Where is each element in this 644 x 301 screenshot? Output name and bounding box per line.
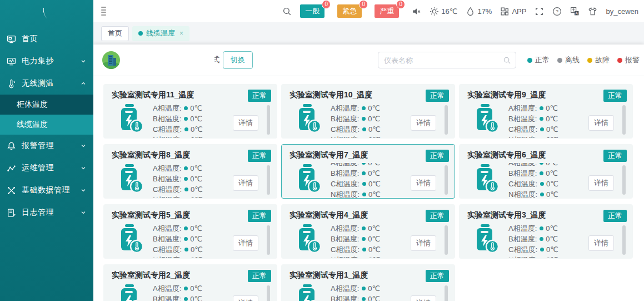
language-switch-icon[interactable]: A bbox=[570, 7, 580, 16]
phase-value: 0℃ bbox=[546, 255, 558, 258]
alarm-badge-severe[interactable]: 严重 0 bbox=[375, 4, 399, 18]
card-scrollbar[interactable] bbox=[445, 165, 448, 195]
detail-button[interactable]: 详情 bbox=[411, 175, 436, 191]
meter-card[interactable]: 实验室测试专用1_温度 正常 A相温度:0℃B相温度:0℃C相温度:0℃N相温度… bbox=[281, 264, 455, 301]
meter-card[interactable]: 实验室测试专用3_温度 正常 A相温度:0℃B相温度:0℃C相温度:0℃N相温度… bbox=[459, 204, 633, 259]
meter-card[interactable]: 实验室测试专用4_温度 正常 A相温度:0℃B相温度:0℃C相温度:0℃N相温度… bbox=[281, 204, 455, 259]
phase-status-dot bbox=[540, 226, 543, 230]
switch-station-button[interactable]: 切换 bbox=[223, 51, 253, 69]
meter-card[interactable]: 实验室测试专用8_温度 正常 A相温度:0℃B相温度:0℃C相温度:0℃N相温度… bbox=[103, 144, 277, 199]
card-scrollbar[interactable] bbox=[622, 225, 626, 255]
sidebar-item-ops-mgmt[interactable]: 运维管理 bbox=[0, 157, 93, 179]
phase-value: 0℃ bbox=[190, 223, 202, 234]
sidebar-item-alarm-mgmt[interactable]: 报警管理 bbox=[0, 135, 93, 157]
username[interactable]: by_cewen bbox=[606, 7, 638, 16]
phase-row: A相温度:0℃ bbox=[153, 163, 203, 174]
app-button[interactable]: APP bbox=[500, 7, 526, 16]
phase-value: 0℃ bbox=[368, 255, 381, 258]
detail-button[interactable]: 详情 bbox=[233, 175, 258, 191]
phase-row: N相温度:0℃ bbox=[331, 189, 381, 198]
theme-shirt-icon[interactable] bbox=[588, 7, 597, 16]
card-scrollbar[interactable] bbox=[267, 285, 270, 301]
sidebar-item-wireless-temp[interactable]: 无线测温 bbox=[0, 72, 93, 95]
phase-status-dot bbox=[362, 248, 366, 251]
phase-label: C相温度: bbox=[153, 184, 182, 195]
tab-home[interactable]: 首页 bbox=[101, 26, 129, 41]
detail-button[interactable]: 详情 bbox=[233, 115, 258, 131]
detail-button[interactable]: 详情 bbox=[411, 295, 436, 301]
meter-card[interactable]: 实验室测试专用9_温度 正常 A相温度:0℃B相温度:0℃C相温度:0℃N相温度… bbox=[459, 84, 633, 139]
meter-search-box[interactable] bbox=[378, 52, 516, 68]
meter-search-input[interactable] bbox=[384, 56, 503, 65]
detail-button[interactable]: 详情 bbox=[233, 235, 258, 251]
sidebar: 首页 电力集抄 无线测温 柜体温度 线缆温度 报警管理 运维管理 bbox=[0, 0, 93, 301]
phase-list-inner: A相温度:0℃B相温度:0℃C相温度:0℃N相温度:0℃ bbox=[153, 223, 203, 258]
card-scrollbar[interactable] bbox=[267, 225, 270, 255]
legend-label: 报警 bbox=[625, 55, 640, 65]
phase-label: A相温度: bbox=[508, 103, 537, 114]
search-icon[interactable] bbox=[503, 56, 511, 65]
phase-row: A相温度:0℃ bbox=[508, 103, 558, 114]
meter-card[interactable]: 实验室测试专用7_温度 正常 A相温度:0℃B相温度:0℃C相温度:0℃N相温度… bbox=[281, 144, 455, 199]
card-scrollbar[interactable] bbox=[445, 285, 448, 301]
phase-status-dot bbox=[540, 171, 543, 175]
status-badge: 正常 bbox=[248, 90, 271, 102]
sidebar-subitem-cabinet-temp[interactable]: 柜体温度 bbox=[0, 95, 93, 115]
detail-button[interactable]: 详情 bbox=[588, 115, 614, 131]
sidebar-collapse-icon[interactable] bbox=[99, 6, 109, 17]
card-scrollbar[interactable] bbox=[445, 105, 448, 135]
card-scrollbar[interactable] bbox=[445, 225, 448, 255]
phase-status-dot bbox=[362, 171, 366, 175]
meter-card[interactable]: 实验室测试专用11_温度 正常 A相温度:0℃B相温度:0℃C相温度:0℃N相温… bbox=[103, 84, 277, 139]
card-scrollbar[interactable] bbox=[267, 165, 270, 195]
card-scrollbar[interactable] bbox=[267, 105, 270, 135]
card-scrollbar[interactable] bbox=[622, 105, 626, 135]
meter-card[interactable]: 实验室测试专用6_温度 正常 A相温度:0℃B相温度:0℃C相温度:0℃N相温度… bbox=[459, 144, 633, 199]
detail-button[interactable]: 详情 bbox=[233, 295, 258, 301]
sidebar-item-base-data-mgmt[interactable]: 基础数据管理 bbox=[0, 179, 93, 201]
alarm-badge-general[interactable]: 一般 0 bbox=[300, 4, 325, 18]
alarm-badge-urgent[interactable]: 紧急 0 bbox=[337, 4, 362, 18]
sidebar-item-power-meter[interactable]: 电力集抄 bbox=[0, 50, 93, 72]
help-icon[interactable]: ? bbox=[552, 7, 562, 16]
weather-humidity: 17% bbox=[466, 7, 492, 16]
card-scrollbar[interactable] bbox=[622, 165, 626, 195]
phase-list-inner: A相温度:0℃B相温度:0℃C相温度:0℃N相温度:0℃ bbox=[331, 163, 381, 198]
phase-label: A相温度: bbox=[508, 163, 537, 168]
phase-value: 0℃ bbox=[190, 114, 202, 124]
tab-cable-temp[interactable]: 线缆温度 × bbox=[132, 26, 189, 41]
sidebar-item-home[interactable]: 首页 bbox=[0, 28, 93, 50]
meter-card-title: 实验室测试专用1_温度 bbox=[289, 270, 448, 280]
detail-button[interactable]: 详情 bbox=[588, 175, 614, 191]
phase-row: B相温度:0℃ bbox=[508, 114, 558, 124]
detail-button[interactable]: 详情 bbox=[588, 235, 614, 251]
meter-card[interactable]: 实验室测试专用5_温度 正常 A相温度:0℃B相温度:0℃C相温度:0℃N相温度… bbox=[103, 204, 277, 259]
meter-card[interactable]: 实验室测试专用10_温度 正常 A相温度:0℃B相温度:0℃C相温度:0℃N相温… bbox=[281, 84, 455, 139]
phase-status-dot bbox=[362, 182, 366, 186]
panel-header: 式 切换 正常 离线 故障 报警 bbox=[93, 45, 644, 76]
weather-temperature: 16℃ bbox=[430, 7, 457, 16]
phase-value: 0℃ bbox=[190, 103, 202, 114]
phase-status-dot bbox=[184, 177, 188, 181]
topbar: 一般 0 紧急 0 严重 0 16℃ 17% bbox=[93, 0, 644, 22]
detail-button[interactable]: 详情 bbox=[411, 115, 436, 131]
fullscreen-icon[interactable] bbox=[535, 7, 544, 16]
sidebar-subitem-cable-temp[interactable]: 线缆温度 bbox=[0, 115, 93, 135]
phase-value: 0℃ bbox=[190, 174, 202, 184]
detail-button[interactable]: 详情 bbox=[411, 235, 436, 251]
sidebar-item-log-mgmt[interactable]: 日志管理 bbox=[0, 201, 93, 224]
sidebar-logo bbox=[0, 0, 93, 28]
phase-status-dot bbox=[184, 287, 188, 290]
meter-card[interactable]: 实验室测试专用2_温度 正常 A相温度:0℃B相温度:0℃C相温度:0℃N相温度… bbox=[103, 264, 277, 301]
phase-row: B相温度:0℃ bbox=[331, 294, 381, 301]
status-badge: 正常 bbox=[426, 150, 449, 162]
meter-device-icon bbox=[118, 223, 144, 254]
tab-close-icon[interactable]: × bbox=[179, 29, 183, 37]
search-icon[interactable] bbox=[282, 7, 292, 16]
phase-row: N相温度:0℃ bbox=[153, 195, 203, 198]
phase-label: B相温度: bbox=[331, 114, 359, 124]
sidebar-item-label: 基础数据管理 bbox=[22, 185, 80, 195]
chevron-down-icon bbox=[80, 209, 87, 216]
phase-status-dot bbox=[362, 117, 366, 121]
mute-icon[interactable] bbox=[412, 7, 421, 16]
